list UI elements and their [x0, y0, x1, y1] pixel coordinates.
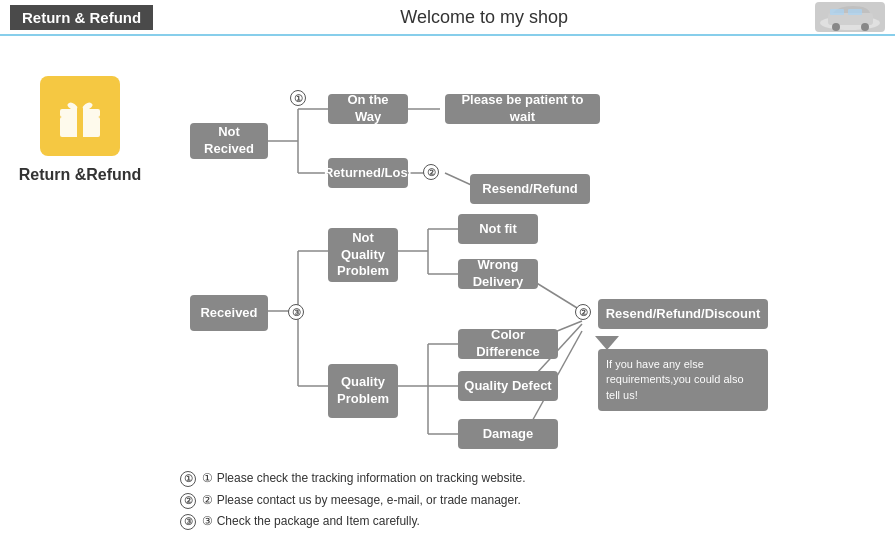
left-label: Return &Refund [19, 166, 142, 184]
svg-rect-5 [848, 9, 862, 15]
diagram: ① Not Recived On the Way Returned/Lost P… [160, 46, 895, 543]
quality-problem-node: QualityProblem [328, 364, 398, 418]
svg-rect-8 [77, 109, 83, 137]
svg-point-2 [832, 23, 840, 31]
footnote-3: ③ ③ Check the package and Item carefully… [180, 511, 526, 533]
svg-rect-4 [830, 9, 844, 15]
gift-icon-box [40, 76, 120, 156]
left-panel: Return &Refund [0, 46, 160, 543]
header: Return & Refund Welcome to my shop [0, 0, 895, 36]
color-diff-node: Color Difference [458, 329, 558, 359]
not-quality-node: NotQualityProblem [328, 228, 398, 282]
not-fit-node: Not fit [458, 214, 538, 244]
gift-icon [55, 91, 105, 141]
note-arrow [595, 336, 619, 350]
circle-2-bottom: ② [575, 304, 591, 320]
quality-defect-node: Quality Defect [458, 371, 558, 401]
not-received-node: Not Recived [190, 123, 268, 159]
please-wait-node: Please be patient to wait [445, 94, 600, 124]
damage-node: Damage [458, 419, 558, 449]
footnote-2: ② ② Please contact us by meesage, e-mail… [180, 490, 526, 512]
car-image [815, 2, 885, 32]
resend-refund-discount-node: Resend/Refund/Discount [598, 299, 768, 329]
circle-2-top: ② [423, 164, 439, 180]
main-content: Return &Refund [0, 36, 895, 553]
svg-point-9 [77, 106, 83, 112]
footnote-1: ① ① Please check the tracking informatio… [180, 468, 526, 490]
note-box: If you have any else requirements,you co… [598, 349, 768, 411]
returned-lost-node: Returned/Lost [328, 158, 408, 188]
circle-1: ① [290, 90, 306, 106]
circle-3: ③ [288, 304, 304, 320]
received-node: Received [190, 295, 268, 331]
on-the-way-node: On the Way [328, 94, 408, 124]
svg-point-3 [861, 23, 869, 31]
resend-refund-node: Resend/Refund [470, 174, 590, 204]
footnotes: ① ① Please check the tracking informatio… [180, 468, 526, 533]
wrong-delivery-node: Wrong Delivery [458, 259, 538, 289]
header-welcome: Welcome to my shop [153, 7, 815, 28]
header-title: Return & Refund [10, 5, 153, 30]
